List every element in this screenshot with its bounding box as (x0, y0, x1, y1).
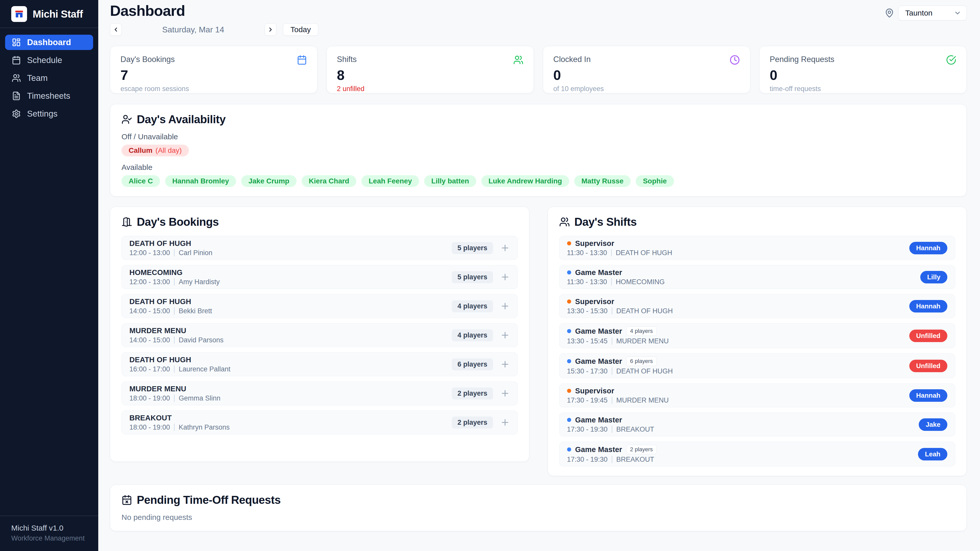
role-dot (567, 270, 571, 275)
booking-game-name: MURDER MENU (129, 327, 224, 335)
booking-time: 14:00 - 15:00 (129, 307, 170, 315)
add-shift-button[interactable] (500, 243, 510, 253)
date-navigation: Saturday, Mar 14 Today (110, 24, 967, 36)
stat-label: Clocked In (553, 55, 590, 64)
door-open-icon (121, 217, 132, 227)
role-dot (567, 300, 571, 303)
add-shift-button[interactable] (500, 301, 510, 311)
booking-game-name: HOMECOMING (129, 268, 220, 276)
booking-customer: Laurence Pallant (179, 365, 231, 373)
stat-subtext: of 10 employees (553, 85, 740, 93)
booking-players-badge: 2 players (452, 416, 493, 429)
available-badge: Matty Russe (574, 175, 631, 187)
add-shift-button[interactable] (500, 359, 510, 369)
shift-players-chip: 4 players (626, 327, 657, 336)
booking-row[interactable]: DEATH OF HUGH 12:00 - 13:00 Carl Pinion … (121, 236, 518, 260)
divider (174, 365, 175, 373)
booking-game-name: MURDER MENU (129, 385, 221, 393)
sidebar-item-label: Timesheets (27, 91, 70, 101)
shift-row[interactable]: Game Master 4 players 13:30 - 15:45 MURD… (559, 323, 956, 348)
shift-row[interactable]: Game Master 6 players 15:30 - 17:30 DEAT… (559, 353, 956, 378)
sidebar-item-schedule[interactable]: Schedule (5, 52, 93, 68)
booking-customer: Kathryn Parsons (179, 424, 230, 431)
today-button[interactable]: Today (283, 24, 318, 36)
shift-role: Game Master (575, 416, 622, 424)
booking-players-badge: 2 players (452, 387, 493, 400)
sidebar: Michi Staff Dashboard Schedule Team Time… (0, 0, 98, 551)
sidebar-item-team[interactable]: Team (5, 70, 93, 86)
booking-time: 12:00 - 13:00 (129, 278, 170, 286)
location-select[interactable]: Taunton (898, 6, 967, 21)
booking-row[interactable]: BREAKOUT 18:00 - 19:00 Kathryn Parsons 2… (121, 410, 518, 434)
shift-role: Game Master (575, 327, 622, 335)
shift-assignee-badge[interactable]: Unfilled (909, 360, 947, 372)
location-picker: Taunton (885, 6, 967, 21)
shift-assignee-badge[interactable]: Hannah (909, 389, 947, 402)
sidebar-item-settings[interactable]: Settings (5, 106, 93, 121)
shift-assignee-badge[interactable]: Hannah (909, 300, 947, 313)
bookings-list: DEATH OF HUGH 12:00 - 13:00 Carl Pinion … (121, 236, 518, 434)
shift-role: Supervisor (575, 387, 614, 395)
shift-row[interactable]: Supervisor 13:30 - 15:30 DEATH OF HUGH H… (559, 294, 956, 318)
add-shift-button[interactable] (500, 272, 510, 282)
booking-row[interactable]: DEATH OF HUGH 16:00 - 17:00 Laurence Pal… (121, 352, 518, 376)
divider (612, 397, 612, 404)
timeoff-title: Pending Time-Off Requests (137, 494, 281, 507)
off-badge: Callum (All day) (121, 144, 189, 156)
next-day-button[interactable] (265, 24, 277, 36)
shift-row[interactable]: Game Master 11:30 - 13:30 HOMECOMING Lil… (559, 265, 956, 289)
shift-assignee-badge[interactable]: Leah (918, 448, 947, 460)
gear-icon (12, 109, 21, 118)
booking-customer: David Parsons (179, 336, 224, 344)
app-logo (11, 6, 27, 22)
add-shift-button[interactable] (500, 418, 510, 427)
prev-day-button[interactable] (110, 24, 122, 36)
app-title: Michi Staff (33, 8, 83, 20)
shift-time: 15:30 - 17:30 (567, 367, 608, 375)
booking-row[interactable]: DEATH OF HUGH 14:00 - 15:00 Bekki Brett … (121, 294, 518, 318)
booking-row[interactable]: MURDER MENU 18:00 - 19:00 Gemma Slinn 2 … (121, 381, 518, 405)
shift-row[interactable]: Game Master 17:30 - 19:30 BREAKOUT Jake (559, 413, 956, 437)
booking-row[interactable]: MURDER MENU 14:00 - 15:00 David Parsons … (121, 323, 518, 347)
shifts-list: Supervisor 11:30 - 13:30 DEATH OF HUGH H… (559, 236, 956, 467)
shift-players-chip: 2 players (626, 445, 657, 454)
add-shift-button[interactable] (500, 389, 510, 398)
booking-customer: Amy Hardisty (179, 278, 220, 286)
shift-assignee-badge[interactable]: Hannah (909, 242, 947, 254)
shift-assignee-badge[interactable]: Jake (919, 418, 947, 431)
booking-row[interactable]: HOMECOMING 12:00 - 13:00 Amy Hardisty 5 … (121, 265, 518, 289)
shift-role: Game Master (575, 445, 622, 454)
booking-players-badge: 4 players (452, 329, 493, 341)
main-content: Dashboard Taunton Saturday, Mar 14 Today (98, 0, 980, 551)
shift-row[interactable]: Supervisor 11:30 - 13:30 DEATH OF HUGH H… (559, 236, 956, 260)
available-badge: Jake Crump (241, 175, 296, 187)
shift-row[interactable]: Supervisor 17:30 - 19:45 MURDER MENU Han… (559, 383, 956, 407)
divider (612, 307, 612, 314)
availability-panel: Day's Availability Off / Unavailable Cal… (110, 104, 967, 197)
sidebar-item-timesheets[interactable]: Timesheets (5, 88, 93, 103)
divider (612, 338, 612, 345)
users-icon (12, 73, 21, 83)
booking-time: 12:00 - 13:00 (129, 249, 170, 257)
shift-row[interactable]: Game Master 2 players 17:30 - 19:30 BREA… (559, 441, 956, 467)
timeoff-panel: Pending Time-Off Requests No pending req… (110, 485, 967, 531)
sidebar-item-label: Settings (27, 109, 57, 119)
booking-players-badge: 5 players (452, 271, 493, 283)
shift-time: 17:30 - 19:30 (567, 456, 608, 463)
role-dot (567, 241, 571, 245)
add-shift-button[interactable] (500, 330, 510, 340)
booking-time: 18:00 - 19:00 (129, 394, 170, 402)
sidebar-item-dashboard[interactable]: Dashboard (5, 35, 93, 50)
clock-icon (730, 55, 740, 65)
divider (612, 426, 612, 433)
bookings-title: Day's Bookings (137, 216, 219, 228)
location-select-value: Taunton (905, 9, 932, 17)
shift-role: Supervisor (575, 297, 614, 306)
stat-label: Pending Requests (770, 55, 834, 64)
shift-assignee-badge[interactable]: Unfilled (909, 330, 947, 342)
available-badge: Kiera Chard (302, 175, 356, 187)
booking-game-name: BREAKOUT (129, 414, 230, 422)
shift-assignee-badge[interactable]: Lilly (920, 271, 947, 283)
app-logo-row: Michi Staff (0, 0, 98, 28)
booking-players-badge: 6 players (452, 359, 493, 370)
